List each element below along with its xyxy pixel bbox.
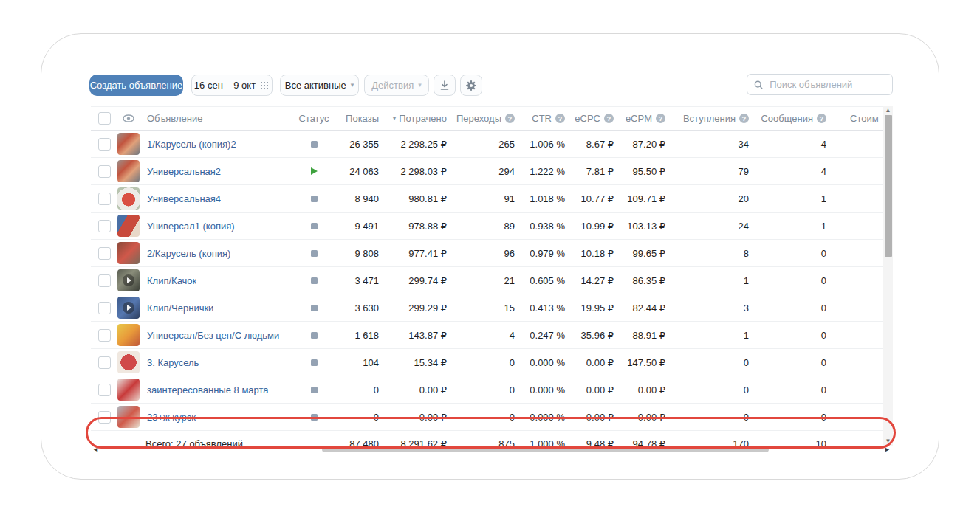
row-checkbox[interactable] bbox=[98, 247, 111, 260]
column-header-cost[interactable]: Стоим bbox=[850, 113, 879, 124]
ad-name-link[interactable]: 3. Карусель bbox=[147, 357, 199, 368]
date-range-label: 16 сен – 9 окт bbox=[194, 80, 256, 91]
help-icon[interactable]: ? bbox=[555, 114, 565, 123]
search-field bbox=[747, 74, 893, 95]
status-active-icon[interactable] bbox=[311, 167, 318, 175]
vertical-scrollbar[interactable]: ▲ ▼ bbox=[883, 106, 893, 446]
status-filter-dropdown[interactable]: Все активные ▾ bbox=[280, 75, 359, 96]
ad-name-link[interactable]: Универсальная2 bbox=[147, 166, 221, 177]
status-stopped-icon[interactable] bbox=[311, 305, 318, 311]
column-header-spent[interactable]: Потрачено bbox=[399, 113, 447, 124]
cell-ecpc: 35.96 ₽ bbox=[566, 322, 615, 348]
status-stopped-icon[interactable] bbox=[311, 196, 318, 202]
ad-name-link[interactable]: заинтересованные 8 марта bbox=[147, 384, 269, 395]
scroll-up-arrow-icon[interactable]: ▲ bbox=[883, 107, 893, 114]
scroll-left-arrow-icon[interactable]: ◄ bbox=[92, 446, 99, 454]
ad-name-link[interactable]: 2/Карусель (копия) bbox=[147, 248, 230, 259]
status-stopped-icon[interactable] bbox=[311, 141, 318, 148]
column-header-ad[interactable]: Объявление bbox=[147, 113, 202, 124]
cell-cost bbox=[828, 376, 883, 403]
ad-thumbnail bbox=[117, 406, 140, 428]
ad-thumbnail bbox=[117, 379, 140, 401]
actions-dropdown[interactable]: Действия ▾ bbox=[364, 75, 429, 96]
help-icon[interactable]: ? bbox=[505, 114, 515, 123]
row-checkbox[interactable] bbox=[98, 138, 111, 151]
status-stopped-icon[interactable] bbox=[311, 250, 318, 257]
horizontal-scrollbar-thumb[interactable] bbox=[322, 446, 769, 452]
cell-spent: 980.81 ₽ bbox=[380, 185, 448, 212]
column-header-ecpc[interactable]: eCPC bbox=[575, 113, 600, 124]
date-range-button[interactable]: 16 сен – 9 окт bbox=[191, 75, 273, 96]
horizontal-scrollbar[interactable]: ◄ ► bbox=[91, 446, 892, 454]
ad-cell: Универсальная4 bbox=[117, 185, 296, 212]
cell-shows: 8 940 bbox=[332, 185, 380, 212]
export-button[interactable] bbox=[434, 75, 456, 96]
help-icon[interactable]: ? bbox=[817, 114, 826, 123]
scroll-down-arrow-icon[interactable]: ▼ bbox=[883, 438, 893, 445]
column-header-ctr[interactable]: CTR bbox=[532, 113, 552, 124]
visibility-eye-icon[interactable] bbox=[117, 114, 140, 122]
cell-ecpc: 8.67 ₽ bbox=[566, 131, 615, 157]
ad-name-link[interactable]: Клип/Качок bbox=[147, 275, 196, 286]
cell-shows: 3 630 bbox=[332, 294, 380, 321]
select-all-checkbox[interactable] bbox=[98, 112, 111, 125]
status-cell bbox=[296, 131, 332, 157]
create-ad-button[interactable]: Создать объявление bbox=[89, 75, 183, 96]
ad-name-link[interactable]: Универсал1 (копия) bbox=[147, 221, 235, 232]
ad-cell: Универсал1 (копия) bbox=[117, 213, 296, 239]
column-header-clicks[interactable]: Переходы bbox=[456, 113, 501, 124]
column-header-joins[interactable]: Вступления bbox=[683, 113, 736, 124]
row-checkbox[interactable] bbox=[98, 274, 111, 287]
status-stopped-icon[interactable] bbox=[311, 359, 318, 366]
row-checkbox[interactable] bbox=[98, 329, 111, 342]
vertical-scrollbar-thumb[interactable] bbox=[885, 115, 892, 257]
cell-cost bbox=[828, 213, 883, 239]
cell-shows: 1 618 bbox=[332, 322, 380, 348]
ad-cell: Универсал/Без цен/С людьми bbox=[117, 322, 296, 348]
ad-name-link[interactable]: 23+ж курск bbox=[147, 412, 196, 423]
cell-cost bbox=[828, 185, 883, 212]
ad-row: 1/Карусель (копия)226 3552 298.25 ₽2651.… bbox=[91, 131, 883, 158]
row-checkbox[interactable] bbox=[98, 220, 111, 232]
row-checkbox[interactable] bbox=[98, 302, 111, 314]
help-icon[interactable]: ? bbox=[656, 114, 665, 123]
cell-joins: 0 bbox=[667, 404, 750, 430]
status-stopped-icon[interactable] bbox=[311, 387, 318, 393]
status-cell bbox=[296, 376, 332, 403]
ad-name-link[interactable]: Клип/Чернички bbox=[147, 303, 213, 314]
ad-cell: 2/Карусель (копия) bbox=[117, 240, 296, 266]
ad-row: заинтересованные 8 марта00.00 ₽00.000 %0… bbox=[91, 376, 883, 404]
status-stopped-icon[interactable] bbox=[311, 332, 318, 339]
help-icon[interactable]: ? bbox=[739, 114, 749, 123]
column-header-shows[interactable]: Показы bbox=[346, 113, 379, 124]
ad-row: 23+ж курск00.00 ₽00.000 %0.00 ₽0.00 ₽00 bbox=[91, 404, 883, 431]
row-checkbox[interactable] bbox=[98, 411, 111, 424]
column-header-messages[interactable]: Сообщения bbox=[761, 113, 813, 124]
row-select-cell bbox=[91, 404, 117, 430]
cell-ctr: 0.000 % bbox=[516, 376, 566, 403]
status-stopped-icon[interactable] bbox=[311, 277, 318, 284]
ad-name-link[interactable]: Универсальная4 bbox=[147, 193, 221, 204]
row-select-cell bbox=[91, 349, 117, 376]
cell-shows: 3 471 bbox=[332, 267, 380, 294]
status-stopped-icon[interactable] bbox=[311, 414, 318, 421]
column-header-status[interactable]: Статус bbox=[298, 113, 329, 124]
help-icon[interactable]: ? bbox=[604, 114, 614, 123]
ad-row: Универсал1 (копия)9 491978.88 ₽890.938 %… bbox=[91, 213, 883, 240]
cell-spent: 0.00 ₽ bbox=[380, 376, 448, 403]
actions-label: Действия bbox=[371, 80, 414, 91]
row-checkbox[interactable] bbox=[98, 384, 111, 396]
cell-clicks: 96 bbox=[448, 240, 516, 266]
scroll-right-arrow-icon[interactable]: ► bbox=[884, 446, 891, 454]
ad-name-link[interactable]: 1/Карусель (копия)2 bbox=[147, 139, 236, 150]
status-stopped-icon[interactable] bbox=[311, 223, 318, 229]
column-header-ecpm[interactable]: eCPM bbox=[626, 113, 652, 124]
ad-thumbnail bbox=[117, 242, 140, 264]
row-checkbox[interactable] bbox=[98, 356, 111, 369]
settings-button[interactable] bbox=[460, 75, 482, 96]
cell-clicks: 89 bbox=[448, 213, 516, 239]
search-input[interactable] bbox=[768, 78, 885, 91]
ad-name-link[interactable]: Универсал/Без цен/С людьми bbox=[147, 330, 279, 341]
row-checkbox[interactable] bbox=[98, 165, 111, 178]
row-checkbox[interactable] bbox=[98, 193, 111, 205]
